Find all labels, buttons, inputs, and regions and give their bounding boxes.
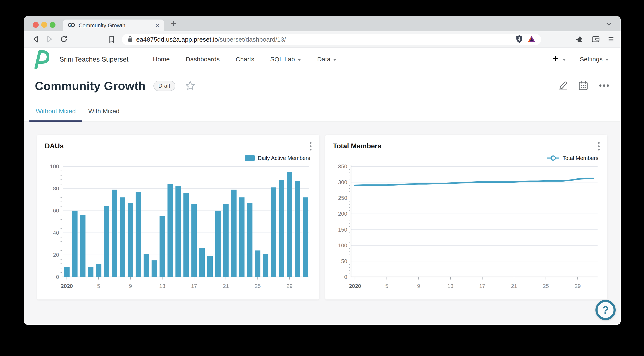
- chart-legend[interactable]: Total Members: [333, 154, 600, 162]
- svg-text:2020: 2020: [349, 283, 361, 289]
- svg-text:5: 5: [385, 283, 388, 289]
- chevron-down-icon: [605, 59, 609, 61]
- svg-text:100: 100: [338, 242, 347, 248]
- maximize-window-button[interactable]: [50, 22, 56, 28]
- tab-close-icon[interactable]: ×: [155, 22, 159, 29]
- edit-dashboard-icon[interactable]: [558, 80, 568, 92]
- svg-text:17: 17: [479, 283, 485, 289]
- help-button[interactable]: ?: [596, 300, 616, 320]
- chart-card-daus: DAUs Daily Active Members 02040608010020…: [37, 135, 319, 300]
- svg-text:2020: 2020: [61, 283, 73, 289]
- svg-text:80: 80: [53, 185, 59, 192]
- chevron-down-icon: [562, 59, 566, 61]
- browser-titlebar: Community Growth × +: [24, 16, 621, 31]
- chart-card-total-members: Total Members Total Members 050100150200…: [325, 135, 607, 300]
- bat-rewards-icon[interactable]: [528, 36, 536, 44]
- nav-item-charts[interactable]: Charts: [236, 56, 254, 63]
- url-text: ea4875dd.us2a.app.preset.io/superset/das…: [136, 36, 286, 43]
- svg-text:13: 13: [159, 283, 166, 289]
- svg-text:21: 21: [511, 283, 517, 289]
- legend-line-marker: [547, 155, 560, 162]
- nav-divider: [138, 48, 138, 71]
- chart-kebab-menu-icon[interactable]: [308, 141, 313, 152]
- url-path: /superset/dashboard/13/: [218, 36, 286, 43]
- nav-item-dashboards[interactable]: Dashboards: [186, 56, 220, 63]
- back-button[interactable]: [32, 35, 39, 44]
- svg-text:9: 9: [417, 283, 420, 289]
- favorite-star-icon[interactable]: [186, 81, 195, 91]
- legend-label: Daily Active Members: [258, 155, 310, 162]
- chart-kebab-menu-icon[interactable]: [597, 141, 601, 152]
- svg-text:20: 20: [53, 252, 59, 258]
- svg-text:50: 50: [341, 258, 347, 264]
- close-window-button[interactable]: [33, 22, 39, 28]
- nav-item-sql-lab[interactable]: SQL Lab: [270, 56, 301, 63]
- svg-text:5: 5: [97, 283, 100, 289]
- svg-text:200: 200: [338, 210, 347, 217]
- svg-text:21: 21: [223, 283, 229, 289]
- lock-icon[interactable]: [127, 36, 133, 43]
- preset-logo[interactable]: [32, 50, 50, 69]
- svg-text:300: 300: [338, 179, 347, 185]
- dashboard-content: DAUs Daily Active Members 02040608010020…: [24, 122, 621, 325]
- chart-title: DAUs: [45, 142, 312, 150]
- svg-text:100: 100: [50, 164, 59, 170]
- svg-text:250: 250: [338, 195, 347, 201]
- forward-button[interactable]: [46, 35, 53, 44]
- nav-item-home[interactable]: Home: [153, 56, 170, 63]
- nav-menu: Home Dashboards Charts SQL Lab Data: [153, 56, 337, 63]
- svg-text:25: 25: [255, 283, 261, 289]
- bookmark-icon[interactable]: [109, 36, 114, 44]
- status-badge: Draft: [154, 81, 175, 91]
- browser-menu-icon[interactable]: [608, 36, 614, 43]
- svg-text:150: 150: [338, 226, 347, 233]
- svg-text:60: 60: [53, 208, 59, 214]
- browser-window: Community Growth × +: [24, 16, 621, 325]
- svg-text:0: 0: [56, 274, 59, 280]
- tab-without-mixed[interactable]: Without Mixed: [30, 101, 82, 122]
- more-actions-icon[interactable]: [598, 84, 610, 88]
- svg-text:25: 25: [543, 283, 549, 289]
- dashboard-header: Community Growth Draft: [24, 71, 621, 101]
- chart-title: Total Members: [333, 142, 600, 150]
- svg-text:0: 0: [344, 274, 347, 280]
- chevron-down-icon: [298, 59, 301, 61]
- tab-title: Community Growth: [78, 22, 155, 29]
- dashboard-tabs: Without Mixed With Mixed: [24, 101, 621, 122]
- url-divider: [511, 36, 511, 43]
- settings-menu[interactable]: Settings: [580, 56, 609, 63]
- svg-text:29: 29: [575, 283, 581, 289]
- chart-legend[interactable]: Daily Active Members: [45, 154, 312, 162]
- wallet-icon[interactable]: [592, 36, 600, 44]
- tab-with-mixed[interactable]: With Mixed: [82, 101, 126, 122]
- legend-swatch: [245, 155, 255, 162]
- extensions-puzzle-icon[interactable]: [576, 35, 584, 44]
- url-host: ea4875dd.us2a.app.preset.io: [136, 36, 218, 43]
- svg-text:40: 40: [53, 230, 59, 236]
- minimize-window-button[interactable]: [41, 22, 47, 28]
- url-bar[interactable]: ea4875dd.us2a.app.preset.io/superset/das…: [122, 34, 541, 46]
- tab-favicon-icon: [68, 22, 75, 28]
- browser-toolbar: ea4875dd.us2a.app.preset.io/superset/das…: [24, 31, 621, 48]
- page-title: Community Growth: [35, 79, 146, 93]
- browser-tab[interactable]: Community Growth ×: [63, 20, 164, 31]
- app-navbar: Srini Teaches Superset Home Dashboards C…: [24, 48, 621, 71]
- chevron-down-icon: [333, 59, 337, 61]
- schedule-calendar-icon[interactable]: [578, 80, 588, 92]
- svg-text:9: 9: [129, 283, 132, 289]
- workspace-name[interactable]: Srini Teaches Superset: [50, 56, 138, 63]
- line-chart: 0501001502002503003502020591317212529: [333, 164, 600, 298]
- traffic-lights: [33, 22, 56, 28]
- bar-chart: 0204060801002020591317212529: [45, 164, 312, 298]
- svg-text:29: 29: [286, 283, 292, 289]
- reload-button[interactable]: [60, 35, 68, 44]
- legend-label: Total Members: [563, 155, 598, 162]
- svg-text:17: 17: [191, 283, 197, 289]
- add-new-button[interactable]: +: [553, 54, 558, 64]
- brave-shield-icon[interactable]: [516, 35, 523, 44]
- nav-item-data[interactable]: Data: [317, 56, 337, 63]
- svg-text:350: 350: [338, 164, 347, 170]
- svg-text:13: 13: [448, 283, 454, 289]
- new-tab-button[interactable]: +: [171, 19, 176, 28]
- tab-search-chevron-icon[interactable]: [606, 21, 610, 26]
